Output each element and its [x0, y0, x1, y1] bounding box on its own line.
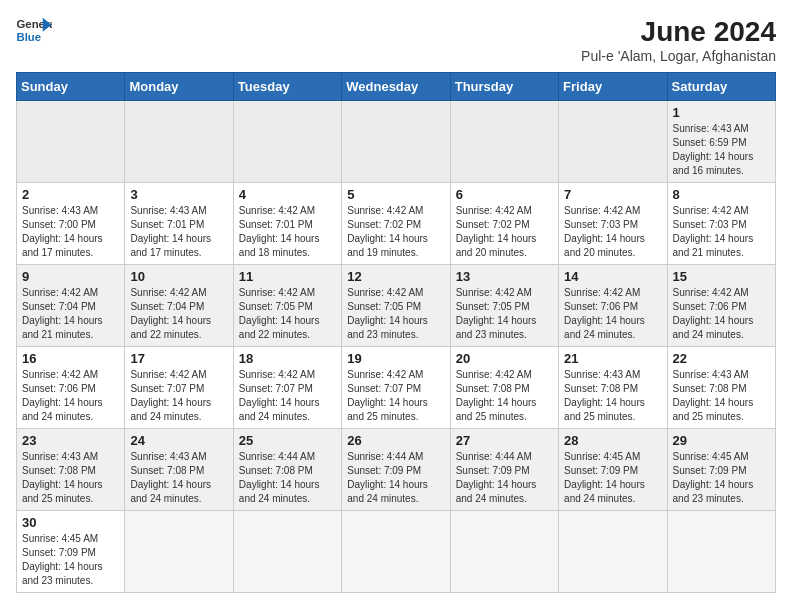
- table-row: 20Sunrise: 4:42 AM Sunset: 7:08 PM Dayli…: [450, 347, 558, 429]
- table-row: [125, 101, 233, 183]
- table-row: 6Sunrise: 4:42 AM Sunset: 7:02 PM Daylig…: [450, 183, 558, 265]
- table-row: [233, 511, 341, 593]
- day-number: 24: [130, 433, 227, 448]
- table-row: 26Sunrise: 4:44 AM Sunset: 7:09 PM Dayli…: [342, 429, 450, 511]
- weekday-header-row: Sunday Monday Tuesday Wednesday Thursday…: [17, 73, 776, 101]
- table-row: 27Sunrise: 4:44 AM Sunset: 7:09 PM Dayli…: [450, 429, 558, 511]
- table-row: 11Sunrise: 4:42 AM Sunset: 7:05 PM Dayli…: [233, 265, 341, 347]
- day-number: 8: [673, 187, 770, 202]
- table-row: 30Sunrise: 4:45 AM Sunset: 7:09 PM Dayli…: [17, 511, 125, 593]
- calendar-week-row: 23Sunrise: 4:43 AM Sunset: 7:08 PM Dayli…: [17, 429, 776, 511]
- table-row: 13Sunrise: 4:42 AM Sunset: 7:05 PM Dayli…: [450, 265, 558, 347]
- header-friday: Friday: [559, 73, 667, 101]
- day-number: 3: [130, 187, 227, 202]
- header-tuesday: Tuesday: [233, 73, 341, 101]
- day-number: 20: [456, 351, 553, 366]
- day-info: Sunrise: 4:44 AM Sunset: 7:09 PM Dayligh…: [456, 450, 553, 506]
- day-info: Sunrise: 4:43 AM Sunset: 7:01 PM Dayligh…: [130, 204, 227, 260]
- day-number: 2: [22, 187, 119, 202]
- table-row: 15Sunrise: 4:42 AM Sunset: 7:06 PM Dayli…: [667, 265, 775, 347]
- table-row: 3Sunrise: 4:43 AM Sunset: 7:01 PM Daylig…: [125, 183, 233, 265]
- day-info: Sunrise: 4:45 AM Sunset: 7:09 PM Dayligh…: [564, 450, 661, 506]
- day-number: 18: [239, 351, 336, 366]
- table-row: [233, 101, 341, 183]
- table-row: 21Sunrise: 4:43 AM Sunset: 7:08 PM Dayli…: [559, 347, 667, 429]
- table-row: 7Sunrise: 4:42 AM Sunset: 7:03 PM Daylig…: [559, 183, 667, 265]
- day-info: Sunrise: 4:42 AM Sunset: 7:02 PM Dayligh…: [456, 204, 553, 260]
- day-number: 22: [673, 351, 770, 366]
- day-info: Sunrise: 4:42 AM Sunset: 7:03 PM Dayligh…: [564, 204, 661, 260]
- table-row: [342, 101, 450, 183]
- day-number: 28: [564, 433, 661, 448]
- day-info: Sunrise: 4:42 AM Sunset: 7:07 PM Dayligh…: [239, 368, 336, 424]
- day-info: Sunrise: 4:44 AM Sunset: 7:09 PM Dayligh…: [347, 450, 444, 506]
- table-row: [667, 511, 775, 593]
- table-row: 28Sunrise: 4:45 AM Sunset: 7:09 PM Dayli…: [559, 429, 667, 511]
- day-number: 1: [673, 105, 770, 120]
- header-wednesday: Wednesday: [342, 73, 450, 101]
- day-number: 11: [239, 269, 336, 284]
- table-row: [450, 511, 558, 593]
- day-info: Sunrise: 4:44 AM Sunset: 7:08 PM Dayligh…: [239, 450, 336, 506]
- table-row: [450, 101, 558, 183]
- day-number: 26: [347, 433, 444, 448]
- day-info: Sunrise: 4:42 AM Sunset: 7:01 PM Dayligh…: [239, 204, 336, 260]
- day-number: 13: [456, 269, 553, 284]
- calendar-week-row: 9Sunrise: 4:42 AM Sunset: 7:04 PM Daylig…: [17, 265, 776, 347]
- table-row: [17, 101, 125, 183]
- day-info: Sunrise: 4:42 AM Sunset: 7:04 PM Dayligh…: [22, 286, 119, 342]
- day-number: 27: [456, 433, 553, 448]
- day-number: 23: [22, 433, 119, 448]
- table-row: 4Sunrise: 4:42 AM Sunset: 7:01 PM Daylig…: [233, 183, 341, 265]
- table-row: 2Sunrise: 4:43 AM Sunset: 7:00 PM Daylig…: [17, 183, 125, 265]
- day-info: Sunrise: 4:42 AM Sunset: 7:06 PM Dayligh…: [22, 368, 119, 424]
- day-number: 21: [564, 351, 661, 366]
- day-number: 12: [347, 269, 444, 284]
- table-row: [559, 101, 667, 183]
- table-row: 10Sunrise: 4:42 AM Sunset: 7:04 PM Dayli…: [125, 265, 233, 347]
- logo: General Blue: [16, 16, 52, 44]
- day-info: Sunrise: 4:43 AM Sunset: 6:59 PM Dayligh…: [673, 122, 770, 178]
- day-info: Sunrise: 4:42 AM Sunset: 7:03 PM Dayligh…: [673, 204, 770, 260]
- day-info: Sunrise: 4:43 AM Sunset: 7:08 PM Dayligh…: [673, 368, 770, 424]
- day-info: Sunrise: 4:42 AM Sunset: 7:08 PM Dayligh…: [456, 368, 553, 424]
- table-row: [559, 511, 667, 593]
- table-row: [342, 511, 450, 593]
- header-saturday: Saturday: [667, 73, 775, 101]
- calendar-week-row: 30Sunrise: 4:45 AM Sunset: 7:09 PM Dayli…: [17, 511, 776, 593]
- table-row: [125, 511, 233, 593]
- title-block: June 2024 Pul-e 'Alam, Logar, Afghanista…: [581, 16, 776, 64]
- day-number: 14: [564, 269, 661, 284]
- day-number: 4: [239, 187, 336, 202]
- svg-text:Blue: Blue: [17, 31, 42, 43]
- day-number: 7: [564, 187, 661, 202]
- day-number: 17: [130, 351, 227, 366]
- table-row: 12Sunrise: 4:42 AM Sunset: 7:05 PM Dayli…: [342, 265, 450, 347]
- table-row: 18Sunrise: 4:42 AM Sunset: 7:07 PM Dayli…: [233, 347, 341, 429]
- calendar-subtitle: Pul-e 'Alam, Logar, Afghanistan: [581, 48, 776, 64]
- calendar-week-row: 1Sunrise: 4:43 AM Sunset: 6:59 PM Daylig…: [17, 101, 776, 183]
- table-row: 24Sunrise: 4:43 AM Sunset: 7:08 PM Dayli…: [125, 429, 233, 511]
- calendar-title: June 2024: [581, 16, 776, 48]
- day-info: Sunrise: 4:43 AM Sunset: 7:08 PM Dayligh…: [564, 368, 661, 424]
- day-info: Sunrise: 4:42 AM Sunset: 7:07 PM Dayligh…: [347, 368, 444, 424]
- calendar-week-row: 16Sunrise: 4:42 AM Sunset: 7:06 PM Dayli…: [17, 347, 776, 429]
- day-info: Sunrise: 4:42 AM Sunset: 7:05 PM Dayligh…: [456, 286, 553, 342]
- table-row: 22Sunrise: 4:43 AM Sunset: 7:08 PM Dayli…: [667, 347, 775, 429]
- day-info: Sunrise: 4:45 AM Sunset: 7:09 PM Dayligh…: [22, 532, 119, 588]
- day-info: Sunrise: 4:45 AM Sunset: 7:09 PM Dayligh…: [673, 450, 770, 506]
- day-info: Sunrise: 4:43 AM Sunset: 7:08 PM Dayligh…: [22, 450, 119, 506]
- day-number: 15: [673, 269, 770, 284]
- day-info: Sunrise: 4:42 AM Sunset: 7:07 PM Dayligh…: [130, 368, 227, 424]
- day-number: 5: [347, 187, 444, 202]
- day-info: Sunrise: 4:42 AM Sunset: 7:02 PM Dayligh…: [347, 204, 444, 260]
- day-info: Sunrise: 4:42 AM Sunset: 7:06 PM Dayligh…: [673, 286, 770, 342]
- day-number: 29: [673, 433, 770, 448]
- day-number: 30: [22, 515, 119, 530]
- table-row: 23Sunrise: 4:43 AM Sunset: 7:08 PM Dayli…: [17, 429, 125, 511]
- day-number: 9: [22, 269, 119, 284]
- table-row: 17Sunrise: 4:42 AM Sunset: 7:07 PM Dayli…: [125, 347, 233, 429]
- header-monday: Monday: [125, 73, 233, 101]
- table-row: 8Sunrise: 4:42 AM Sunset: 7:03 PM Daylig…: [667, 183, 775, 265]
- table-row: 9Sunrise: 4:42 AM Sunset: 7:04 PM Daylig…: [17, 265, 125, 347]
